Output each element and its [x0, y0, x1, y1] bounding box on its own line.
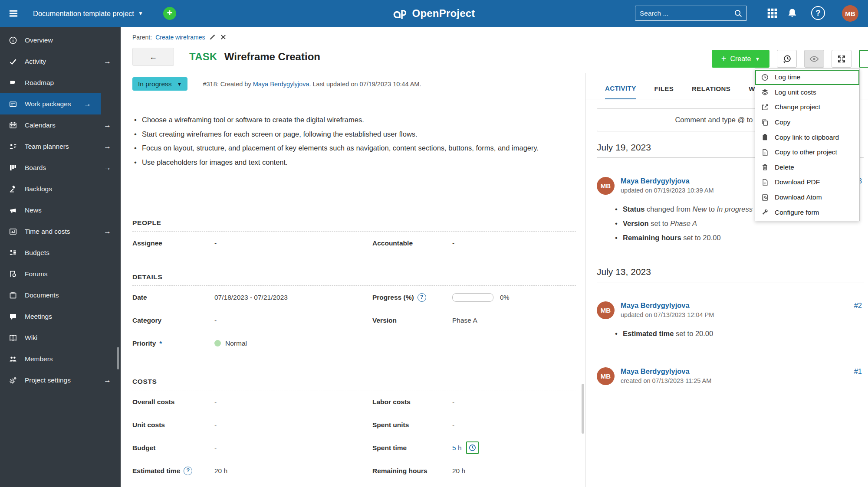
- project-switcher[interactable]: Documentation template project ▼: [33, 10, 143, 18]
- pdf-file-icon: [761, 178, 769, 186]
- fullscreen-button[interactable]: [832, 50, 852, 68]
- sidebar-item-news[interactable]: News: [0, 199, 121, 221]
- divider: [597, 282, 864, 282]
- activity-number-link[interactable]: #1: [854, 367, 862, 376]
- user-link[interactable]: Maya Berdygylyjova: [621, 301, 690, 310]
- copy-to-project-icon: [761, 148, 769, 157]
- arrow-right-icon[interactable]: →: [104, 57, 111, 66]
- tab-activity[interactable]: ACTIVITY: [605, 78, 636, 99]
- back-button[interactable]: ←: [132, 48, 174, 66]
- sidebar-item-roadmap[interactable]: Roadmap: [0, 72, 121, 93]
- search-input[interactable]: [635, 10, 734, 17]
- arrow-right-icon[interactable]: →: [84, 100, 91, 108]
- menu-item-copy-link[interactable]: Copy link to clipboard: [755, 130, 859, 145]
- field-row: Estimated time ? 20 h Remaining hours 20…: [132, 459, 576, 482]
- version-value[interactable]: Phase A: [452, 317, 576, 324]
- sidebar-item-calendars[interactable]: Calendars →: [0, 114, 121, 136]
- sidebar-item-work-packages[interactable]: Work packages →: [0, 93, 101, 114]
- assignee-value[interactable]: -: [214, 239, 372, 247]
- watch-button[interactable]: [804, 50, 824, 68]
- menu-item-log-time[interactable]: Log time: [755, 70, 859, 85]
- sidebar-item-boards[interactable]: Boards →: [0, 157, 121, 178]
- date-value[interactable]: 07/18/2023 - 07/21/2023: [214, 294, 372, 301]
- menu-item-download-pdf[interactable]: Download PDF: [755, 175, 859, 190]
- sidebar-item-forums[interactable]: Forums: [0, 263, 121, 284]
- user-link[interactable]: Maya Berdygylyjova: [621, 177, 690, 185]
- user-link[interactable]: Maya Berdygylyjova: [621, 367, 690, 376]
- description-bullet: Focus on layout, structure, and placemen…: [132, 141, 576, 155]
- menu-item-configure-form[interactable]: Configure form: [755, 205, 859, 220]
- gear-icon: [9, 376, 17, 385]
- estimated-time-value[interactable]: 20 h: [214, 467, 372, 475]
- notifications-bell-icon[interactable]: [786, 7, 798, 19]
- more-actions-button[interactable]: [859, 50, 868, 68]
- tab-relations[interactable]: RELATIONS: [692, 78, 730, 99]
- arrow-right-icon[interactable]: →: [104, 227, 111, 236]
- wrench-icon: [761, 208, 769, 216]
- help-icon[interactable]: ?: [418, 293, 426, 302]
- accountable-label: Accountable: [372, 239, 452, 247]
- hamburger-menu-icon[interactable]: [8, 8, 19, 19]
- accountable-value[interactable]: -: [452, 239, 576, 247]
- modules-grid-icon[interactable]: [766, 7, 778, 19]
- sidebar-item-activity[interactable]: Activity →: [0, 51, 121, 72]
- help-icon[interactable]: ?: [184, 467, 192, 475]
- log-time-clock-icon[interactable]: [466, 441, 479, 454]
- search-icon[interactable]: [734, 9, 743, 18]
- category-label: Category: [132, 317, 214, 324]
- baseline-comparison-button[interactable]: [777, 50, 797, 68]
- menu-item-copy-to-other-project[interactable]: Copy to other project: [755, 145, 859, 160]
- sidebar-item-overview[interactable]: Overview: [0, 29, 121, 51]
- parent-link[interactable]: Create wireframes: [155, 34, 205, 41]
- spent-time-link[interactable]: 5 h: [452, 444, 462, 452]
- user-avatar[interactable]: MB: [842, 5, 858, 22]
- sidebar-item-wiki[interactable]: Wiki: [0, 327, 121, 348]
- sidebar-scrollbar-thumb[interactable]: [117, 347, 119, 369]
- sidebar-item-backlogs[interactable]: Backlogs: [0, 178, 121, 199]
- progress-label-text: Progress (%): [372, 294, 414, 301]
- progress-value[interactable]: 0%: [452, 293, 576, 302]
- menu-item-delete[interactable]: Delete: [755, 160, 859, 175]
- content-scrollbar-thumb[interactable]: [582, 384, 584, 434]
- menu-item-label: Log time: [775, 73, 800, 81]
- sidebar-item-documents[interactable]: Documents: [0, 284, 121, 306]
- sidebar-item-label: Work packages: [25, 100, 71, 108]
- menu-item-download-atom[interactable]: Download Atom: [755, 190, 859, 205]
- version-label: Version: [372, 317, 452, 324]
- arrow-right-icon[interactable]: →: [104, 163, 111, 172]
- sidebar-item-members[interactable]: Members: [0, 348, 121, 369]
- sidebar-item-time-and-costs[interactable]: Time and costs →: [0, 221, 121, 242]
- tab-files[interactable]: FILES: [654, 78, 674, 99]
- menu-item-log-unit-costs[interactable]: Log unit costs: [755, 85, 859, 100]
- sidebar-item-project-settings[interactable]: Project settings →: [0, 369, 121, 391]
- edit-pencil-icon[interactable]: [209, 33, 216, 41]
- sidebar-item-meetings[interactable]: Meetings: [0, 306, 121, 327]
- work-package-detail: Parent: Create wireframes ← TASK Wirefra…: [121, 27, 585, 487]
- arrow-right-icon[interactable]: →: [104, 142, 111, 151]
- global-add-button[interactable]: +: [163, 7, 176, 20]
- sidebar-item-label: Team planners: [25, 143, 69, 150]
- category-value[interactable]: -: [214, 317, 372, 324]
- status-dropdown[interactable]: In progress ▼: [132, 77, 187, 91]
- priority-value[interactable]: Normal: [214, 340, 372, 347]
- author-link[interactable]: Maya Berdygylyjova: [253, 81, 309, 88]
- activity-number-link[interactable]: #2: [854, 301, 862, 310]
- change-segment: Status: [623, 205, 644, 213]
- change-segment: Estimated time: [623, 330, 674, 337]
- remaining-hours-value[interactable]: 20 h: [452, 467, 576, 475]
- arrow-right-icon[interactable]: →: [104, 376, 111, 385]
- work-package-type[interactable]: TASK: [189, 51, 217, 63]
- arrow-right-icon[interactable]: →: [104, 121, 111, 130]
- help-icon[interactable]: ?: [811, 6, 825, 20]
- topbar: Documentation template project ▼ + OpenP…: [0, 0, 868, 27]
- change-segment: set to 20.00: [681, 234, 721, 242]
- create-button[interactable]: + Create ▼: [712, 50, 769, 68]
- page-title[interactable]: Wireframe Creation: [224, 51, 320, 63]
- sidebar-item-team-planners[interactable]: Team planners →: [0, 136, 121, 157]
- fullscreen-icon: [836, 54, 847, 64]
- sidebar-item-budgets[interactable]: Budgets: [0, 242, 121, 263]
- menu-item-copy[interactable]: Copy: [755, 115, 859, 130]
- menu-item-change-project[interactable]: Change project: [755, 100, 859, 115]
- budget-value[interactable]: -: [214, 444, 372, 452]
- close-icon[interactable]: [220, 33, 227, 41]
